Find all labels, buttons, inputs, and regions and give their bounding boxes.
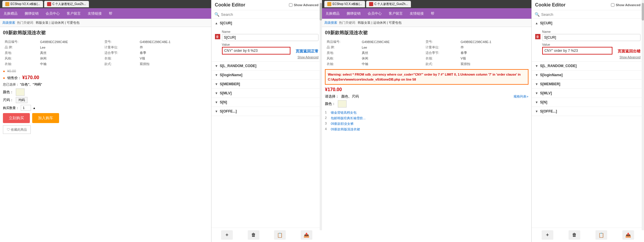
right-cookie-editor: Cookie Editor Show Advanced 🔍 ▲ S[CUR] 🗑… [531, 0, 644, 242]
right-color-swatch[interactable] [338, 100, 347, 108]
left-qty-stepper-up[interactable]: ▲ [33, 106, 36, 110]
left-section-slrandom-header[interactable]: ▼ S[L_RANDOM_CODE] [211, 62, 322, 70]
left-footer-delete[interactable]: 🗑 [248, 230, 259, 240]
right-warning-text: Warning: select * FROM sdb_currency wher… [328, 73, 521, 81]
right-name-input[interactable] [542, 34, 640, 41]
right-nav-more[interactable]: 帮 [427, 8, 438, 19]
left-scur-delete-icon[interactable]: 🗑 [215, 34, 220, 39]
left-qty-input[interactable] [21, 105, 31, 111]
right-section-sn-header[interactable]: ▼ S[N] [532, 98, 644, 107]
right-section-scur-header[interactable]: ▲ S[CUR] [532, 19, 644, 28]
right-color-row: 颜色： [325, 100, 528, 108]
left-scur-row: 🗑 Name Value CNY" order by 6 %23 页面返回正常 … [215, 30, 318, 59]
right-nav-member[interactable]: 会员中心 [364, 8, 385, 19]
left-product-info: 商品编号:G49B9EC298C48E货号:G49B9EC298C48E-1 品… [3, 39, 208, 67]
right-tab-2-icon [369, 2, 373, 6]
right-search-input[interactable] [541, 12, 641, 17]
left-advanced-search-link[interactable]: 高级搜索 [2, 21, 15, 25]
right-list-item-4-text: 09新款韩版混连衣裙 [331, 127, 360, 132]
right-select-row: 请选择： 颜色、尺码 规格列表» [325, 94, 528, 99]
right-tab-1[interactable]: ECShop V2.X.x模板(... [324, 1, 365, 7]
right-list-item-2-text: 包邮韩版经典长袖雪纺... [331, 116, 366, 120]
left-sub-nav: 高级搜索 热门关键词: 韩版女装 | 运动休闲 | 可爱包包 [0, 19, 211, 27]
right-show-advanced-checkbox[interactable] [611, 3, 614, 7]
right-footer-delete[interactable]: 🗑 [569, 230, 580, 240]
left-nav-member[interactable]: 会员中心 [42, 8, 63, 19]
left-sale-price: ● 销售价： ¥170.00 [3, 75, 208, 81]
left-section-sloginname-header[interactable]: ▼ S[loginName] [211, 71, 322, 79]
left-show-advanced[interactable]: Show Advanced [289, 3, 318, 7]
left-cookie-title: Cookie Editor [215, 2, 245, 8]
right-scur-delete-icon[interactable]: 🗑 [535, 34, 540, 39]
left-footer-export[interactable]: 📤 [301, 230, 312, 240]
right-list-item-2[interactable]: 2 包邮韩版经典长袖雪纺... [325, 115, 528, 121]
right-list-item-4[interactable]: 4 09新款韩版混连衣裙 [325, 127, 528, 132]
right-section-smember-header[interactable]: ▼ S[MEMBER] [532, 80, 644, 88]
right-product-title: 09新款韩版混连衣裙 [325, 30, 528, 36]
right-list-item-3[interactable]: 3 09新款职业女裤 [325, 121, 528, 127]
right-nav-message[interactable]: 客户留言 [385, 8, 406, 19]
right-tab-1-icon [327, 2, 331, 6]
left-value-label: Value [222, 43, 318, 46]
right-section-slrandom-header[interactable]: ▼ S[L_RANDOM_CODE] [532, 62, 644, 70]
left-section-smlv-header[interactable]: ▼ S[MLV] [211, 89, 322, 98]
right-value-row: CNY" order by 7 %23 页面返回出错 [542, 47, 640, 56]
left-select-row: 您已选择： "白色"、"均码" [3, 82, 208, 87]
right-nav-exchange[interactable]: 兑换赠品 [322, 8, 343, 19]
right-footer-copy[interactable]: 📋 [595, 230, 607, 240]
left-color-swatch[interactable] [16, 88, 25, 96]
left-name-input[interactable] [222, 34, 318, 41]
right-list-item-1[interactable]: 1 镶金背链高档女包 [325, 110, 528, 115]
right-scur-row: 🗑 Name Value CNY" order by 7 %23 页面返回出错 … [535, 30, 640, 59]
left-cart-button[interactable]: 加入购车 [32, 113, 59, 123]
right-search-icon: 🔍 [535, 12, 540, 17]
right-nav-bundle[interactable]: 捆绑促销 [343, 8, 364, 19]
left-section-soffe-header[interactable]: ▼ S[OFFE...] [211, 107, 322, 116]
left-name-label: Name [222, 30, 318, 33]
left-show-adv-link[interactable]: Show Advanced [222, 56, 318, 59]
left-select-label: 您已选择： [3, 83, 19, 86]
right-footer-export[interactable]: 📤 [622, 230, 634, 240]
left-fav-button[interactable]: ♡ 收藏此商品 [3, 125, 31, 134]
right-advanced-search-link[interactable]: 高级搜索 [324, 21, 337, 25]
right-section-smlv-header[interactable]: ▼ S[MLV] [532, 89, 644, 98]
right-hot-label: 热门关键词: [339, 21, 356, 25]
left-footer-copy[interactable]: 📋 [274, 230, 286, 240]
left-nav-links[interactable]: 友情链接 [84, 8, 105, 19]
left-size-button[interactable]: 均码 [16, 97, 27, 103]
left-size-row: 尺码： 均码 [3, 97, 208, 103]
left-section-sn: ▼ S[N] [211, 98, 322, 107]
left-search-input[interactable] [221, 12, 319, 17]
left-nav-more[interactable]: 帮 [105, 8, 116, 19]
left-footer-add[interactable]: + [221, 230, 233, 240]
right-scrollbar-thumb [642, 3, 644, 21]
left-tab-2[interactable]: C 个人渗透笔记_GuoZh... [44, 1, 89, 7]
left-section-smember-header[interactable]: ▼ S[MEMBER] [211, 80, 322, 88]
left-section-smember: ▼ S[MEMBER] [211, 80, 322, 89]
right-scrollbar[interactable] [642, 0, 644, 230]
left-section-sn-header[interactable]: ▼ S[N] [211, 98, 322, 107]
right-section-soffe: ▼ S[OFFE...] [532, 107, 644, 116]
right-footer-add[interactable]: + [542, 230, 553, 240]
left-buy-button[interactable]: 立刻购买 [3, 113, 30, 123]
right-section-scur: ▲ S[CUR] 🗑 Name Value CNY" order by 7 %2… [532, 19, 644, 62]
left-hot-label: 热门关键词: [17, 21, 34, 25]
left-nav-message[interactable]: 客户留言 [63, 8, 84, 19]
right-show-advanced[interactable]: Show Advanced [611, 3, 640, 7]
right-section-soffe-header[interactable]: ▼ S[OFFE...] [532, 107, 644, 116]
left-tab-1[interactable]: ECShop V2.X.x模板(... [2, 1, 43, 7]
left-nav-bar: 兑换赠品 捆绑促销 会员中心 客户留言 友情链接 帮 [0, 8, 211, 19]
left-scrollbar[interactable] [320, 0, 322, 230]
left-show-advanced-checkbox[interactable] [289, 3, 292, 7]
left-qty-row: 购买数量： ▲ [3, 105, 208, 111]
right-nav-links[interactable]: 友情链接 [406, 8, 427, 19]
right-show-adv-link[interactable]: Show Advanced [542, 56, 640, 59]
right-section-sloginname-header[interactable]: ▼ S[loginName] [532, 71, 644, 79]
left-nav-bundle[interactable]: 捆绑促销 [21, 8, 42, 19]
right-spec-link[interactable]: 规格列表» [514, 94, 528, 99]
left-section-slrandom: ▼ S[L_RANDOM_CODE] [211, 62, 322, 71]
left-section-scur-header[interactable]: ▲ S[CUR] [211, 19, 322, 28]
right-tab-2[interactable]: C 个人渗透笔记_GuoZh... [366, 1, 411, 7]
left-nav-exchange[interactable]: 兑换赠品 [0, 8, 21, 19]
right-nav-bar: 兑换赠品 捆绑促销 会员中心 客户留言 友情链接 帮 [322, 8, 531, 19]
